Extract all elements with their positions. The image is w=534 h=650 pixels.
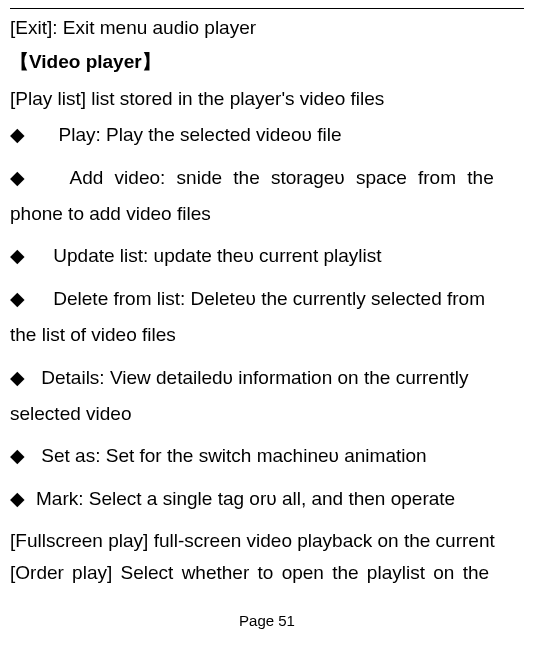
exit-line: [Exit]: Exit menu audio player	[10, 13, 524, 43]
top-rule	[10, 8, 524, 9]
setas-label: Set as:	[41, 445, 105, 466]
open-bracket: 【	[10, 51, 29, 72]
details-label: Details:	[41, 367, 110, 388]
play-label: Play:	[59, 124, 107, 145]
exit-label: [Exit]:	[10, 17, 63, 38]
setas-text: Set for the switch machineυ animation	[106, 445, 427, 466]
bullet-update: ◆ Update list: update theυ current playl…	[10, 241, 524, 271]
details-cont: selected video	[10, 399, 524, 429]
fullscreen-text: full-screen video playback on the curren…	[154, 530, 495, 551]
diamond-icon: ◆	[10, 484, 36, 514]
addvideo-cont: phone to add video files	[10, 199, 524, 229]
bullet-delete: ◆ Delete from list: Deleteυ the currentl…	[10, 284, 524, 314]
delete-cont: the list of video files	[10, 320, 524, 350]
update-text: update theυ current playlist	[154, 245, 382, 266]
fullscreen-label: [Fullscreen play]	[10, 530, 154, 551]
order-text: Select whether to open the playlist on t…	[121, 562, 490, 583]
playlist-text: list stored in the player's video files	[91, 88, 384, 109]
order-label: [Order play]	[10, 562, 121, 583]
mark-text: Select a single tag orυ all, and then op…	[89, 488, 455, 509]
diamond-icon: ◆	[10, 120, 48, 150]
close-bracket: 】	[142, 51, 161, 72]
heading-title: Video player	[29, 51, 142, 72]
addvideo-label: Add video:	[70, 167, 177, 188]
addvideo-text1: snide the storageυ space from the	[177, 167, 494, 188]
bullet-details: ◆ Details: View detailedυ information on…	[10, 363, 524, 393]
bullet-mark: ◆Mark: Select a single tag orυ all, and …	[10, 484, 524, 514]
delete-label: Delete from list:	[53, 288, 190, 309]
delete-text1: Deleteυ the currently selected from	[191, 288, 485, 309]
diamond-icon: ◆	[10, 441, 36, 471]
diamond-icon: ◆	[10, 241, 48, 271]
details-text1: View detailedυ information on the curren…	[110, 367, 469, 388]
order-line: [Order play] Select whether to open the …	[10, 558, 524, 588]
fullscreen-line: [Fullscreen play] full-screen video play…	[10, 526, 524, 556]
document-page: [Exit]: Exit menu audio player 【Video pl…	[0, 0, 534, 641]
bullet-setas: ◆ Set as: Set for the switch machineυ an…	[10, 441, 524, 471]
mark-label: Mark:	[36, 488, 89, 509]
playlist-label: [Play list]	[10, 88, 91, 109]
bullet-addvideo: ◆ Add video: snide the storageυ space fr…	[10, 163, 524, 193]
section-heading: 【Video player】	[10, 47, 524, 77]
diamond-icon: ◆	[10, 363, 36, 393]
bullet-play: ◆ Play: Play the selected videoυ file	[10, 120, 524, 150]
play-text: Play the selected videoυ file	[106, 124, 341, 145]
page-number: Page 51	[10, 609, 524, 633]
exit-text: Exit menu audio player	[63, 17, 256, 38]
diamond-icon: ◆	[10, 284, 48, 314]
update-label: Update list:	[53, 245, 153, 266]
diamond-icon: ◆	[10, 163, 48, 193]
playlist-line: [Play list] list stored in the player's …	[10, 84, 524, 114]
